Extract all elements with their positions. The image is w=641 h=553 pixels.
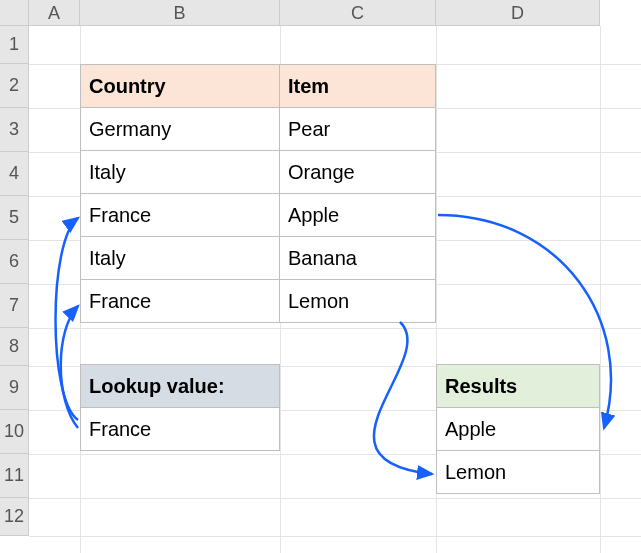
row-header-8[interactable]: 8	[0, 328, 29, 366]
cell-C7[interactable]: Lemon	[279, 279, 436, 323]
row-header-2[interactable]: 2	[0, 64, 29, 108]
cell-D9-results-header[interactable]: Results	[436, 364, 600, 408]
cell-C6[interactable]: Banana	[279, 236, 436, 280]
col-header-D[interactable]: D	[436, 0, 600, 26]
row-header-10[interactable]: 10	[0, 410, 29, 454]
col-header-A[interactable]: A	[29, 0, 80, 26]
cell-D11-result-2[interactable]: Lemon	[436, 450, 600, 494]
cell-C2-item-header[interactable]: Item	[279, 64, 436, 108]
col-header-B[interactable]: B	[80, 0, 280, 26]
row-header-1[interactable]: 1	[0, 26, 29, 64]
cell-C5[interactable]: Apple	[279, 193, 436, 237]
row-header-6[interactable]: 6	[0, 240, 29, 284]
row-header-3[interactable]: 3	[0, 108, 29, 152]
cell-B9-lookup-label[interactable]: Lookup value:	[80, 364, 280, 408]
cell-B4[interactable]: Italy	[80, 150, 280, 194]
row-header-12[interactable]: 12	[0, 498, 29, 536]
row-header-9[interactable]: 9	[0, 366, 29, 410]
cell-B10-lookup-value[interactable]: France	[80, 407, 280, 451]
row-header-5[interactable]: 5	[0, 196, 29, 240]
spreadsheet: A B C D 1 2 3 4 5 6 7 8 9 10 11 12 Count…	[0, 0, 641, 553]
cell-B7[interactable]: France	[80, 279, 280, 323]
select-all-corner[interactable]	[0, 0, 29, 26]
row-header-11[interactable]: 11	[0, 454, 29, 498]
cell-B5[interactable]: France	[80, 193, 280, 237]
cell-B6[interactable]: Italy	[80, 236, 280, 280]
row-header-7[interactable]: 7	[0, 284, 29, 328]
cell-C3[interactable]: Pear	[279, 107, 436, 151]
cell-D10-result-1[interactable]: Apple	[436, 407, 600, 451]
col-header-C[interactable]: C	[280, 0, 436, 26]
cell-B3[interactable]: Germany	[80, 107, 280, 151]
row-header-4[interactable]: 4	[0, 152, 29, 196]
cell-C4[interactable]: Orange	[279, 150, 436, 194]
cell-B2-country-header[interactable]: Country	[80, 64, 280, 108]
